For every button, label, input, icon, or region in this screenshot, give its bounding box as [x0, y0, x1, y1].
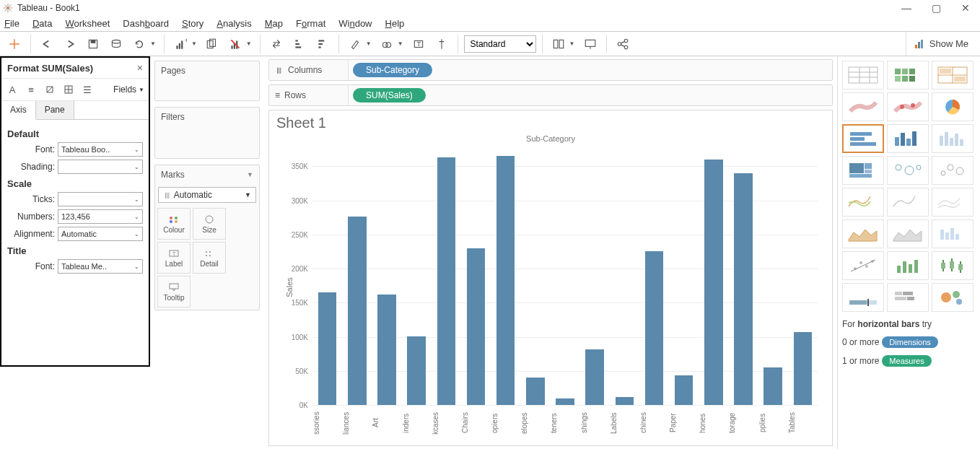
bar[interactable]: [556, 398, 574, 405]
label-button[interactable]: T: [408, 35, 429, 53]
showme-thumb[interactable]: [842, 61, 884, 90]
format-title-font[interactable]: Tableau Me..⌄: [58, 259, 143, 274]
format-tab-pane[interactable]: Pane: [36, 101, 74, 119]
showme-thumb[interactable]: [842, 283, 884, 312]
close-button[interactable]: ✕: [961, 2, 970, 14]
highlight-button[interactable]: [345, 35, 365, 53]
bar[interactable]: [764, 367, 782, 405]
bar[interactable]: [467, 248, 486, 405]
bar[interactable]: [496, 156, 515, 405]
bar[interactable]: [407, 336, 426, 405]
format-alignment[interactable]: Automatic⌄: [58, 227, 143, 241]
format-font-icon[interactable]: A: [6, 83, 19, 96]
showme-thumb[interactable]: [842, 156, 884, 185]
sheet-title[interactable]: Sheet 1: [276, 115, 825, 131]
marks-colour[interactable]: Colour: [157, 208, 191, 240]
showme-thumb[interactable]: [842, 124, 884, 153]
format-tab-axis[interactable]: Axis: [1, 101, 36, 120]
showme-thumb[interactable]: [887, 156, 929, 185]
marks-type-select[interactable]: ⫼ Automatic▼: [158, 187, 256, 203]
format-align-icon[interactable]: ≡: [25, 83, 38, 96]
bar[interactable]: [526, 378, 545, 405]
bar[interactable]: [794, 332, 813, 405]
duplicate-button[interactable]: [202, 35, 222, 53]
menu-format[interactable]: Format: [296, 18, 325, 29]
showme-thumb[interactable]: [887, 251, 929, 280]
showme-thumb[interactable]: [932, 188, 974, 217]
menu-file[interactable]: File: [4, 18, 19, 29]
presentation-button[interactable]: [580, 35, 600, 53]
bar[interactable]: [616, 397, 634, 405]
refresh-button[interactable]: [129, 35, 149, 53]
marks-tooltip[interactable]: Tooltip: [157, 276, 191, 308]
showme-thumb[interactable]: [842, 188, 884, 217]
showme-thumb[interactable]: [842, 92, 884, 121]
save-button[interactable]: [83, 35, 103, 53]
minimize-button[interactable]: —: [901, 2, 911, 14]
bar[interactable]: [437, 157, 456, 405]
bar[interactable]: [704, 160, 723, 405]
showme-thumb[interactable]: [932, 156, 974, 185]
bar[interactable]: [675, 375, 694, 405]
sort-desc-button[interactable]: [312, 35, 333, 53]
format-default-font[interactable]: Tableau Boo..⌄: [58, 142, 143, 157]
showme-thumb[interactable]: [932, 92, 974, 121]
bar[interactable]: [377, 295, 396, 405]
format-ticks[interactable]: ⌄: [58, 192, 143, 206]
menu-help[interactable]: Help: [385, 18, 405, 29]
clear-dropdown[interactable]: ▼: [244, 40, 254, 47]
showme-thumb[interactable]: [842, 219, 884, 248]
chart[interactable]: Sub-Category Sales 0K50K100K150K200K250K…: [276, 133, 825, 441]
showme-thumb[interactable]: [932, 251, 974, 280]
showme-thumb[interactable]: [887, 61, 929, 90]
marks-label[interactable]: TLabel: [157, 242, 191, 274]
pages-shelf[interactable]: Pages: [154, 61, 260, 101]
clear-button[interactable]: [225, 35, 245, 53]
sort-asc-button[interactable]: [289, 35, 310, 53]
undo-button[interactable]: [37, 35, 57, 53]
menu-analysis[interactable]: Analysis: [216, 18, 251, 29]
bar[interactable]: [734, 173, 753, 405]
format-shading-icon[interactable]: [43, 83, 56, 96]
fit-select[interactable]: Standard: [464, 35, 536, 53]
new-ws-dropdown[interactable]: ▼: [189, 40, 199, 47]
new-data-button[interactable]: [106, 35, 126, 53]
menu-worksheet[interactable]: Worksheet: [65, 18, 110, 29]
tableau-icon[interactable]: [4, 35, 25, 53]
menu-dashboard[interactable]: Dashboard: [123, 18, 169, 29]
group-button[interactable]: [377, 35, 397, 53]
filters-shelf[interactable]: Filters: [154, 107, 260, 159]
menu-window[interactable]: Window: [338, 18, 372, 29]
showme-thumb[interactable]: [932, 219, 974, 248]
columns-shelf[interactable]: ⫼Columns Sub-Category: [268, 59, 833, 81]
showme-thumb[interactable]: [932, 124, 974, 153]
bar[interactable]: [348, 217, 367, 405]
refresh-dropdown[interactable]: ▼: [148, 40, 158, 47]
format-lines-icon[interactable]: ☰: [81, 83, 94, 96]
rows-pill[interactable]: SUM(Sales): [353, 88, 426, 103]
swap-button[interactable]: [266, 35, 286, 53]
redo-button[interactable]: [60, 35, 80, 53]
menu-map[interactable]: Map: [265, 18, 283, 29]
format-border-icon[interactable]: [62, 83, 75, 96]
menu-data[interactable]: Data: [32, 18, 52, 29]
bar[interactable]: [585, 349, 604, 405]
showme-thumb[interactable]: [887, 188, 929, 217]
format-fields-dropdown[interactable]: Fields▼: [113, 84, 144, 95]
new-worksheet-button[interactable]: +: [170, 35, 191, 53]
menu-story[interactable]: Story: [182, 18, 204, 29]
bar[interactable]: [645, 251, 664, 405]
marks-size[interactable]: Size: [193, 208, 226, 240]
rows-shelf[interactable]: ≡Rows SUM(Sales): [268, 84, 833, 106]
showme-thumb[interactable]: [932, 283, 974, 312]
pin-button[interactable]: [432, 35, 452, 53]
showme-thumb[interactable]: [932, 61, 974, 90]
columns-pill[interactable]: Sub-Category: [353, 63, 432, 77]
share-button[interactable]: [613, 35, 633, 53]
format-panel-close[interactable]: ×: [137, 62, 143, 74]
format-shading[interactable]: ⌄: [58, 160, 143, 174]
marks-detail[interactable]: Detail: [193, 242, 226, 274]
showme-thumb[interactable]: [887, 124, 929, 153]
show-me-toggle[interactable]: Show Me: [906, 32, 976, 56]
bar[interactable]: [318, 292, 337, 405]
